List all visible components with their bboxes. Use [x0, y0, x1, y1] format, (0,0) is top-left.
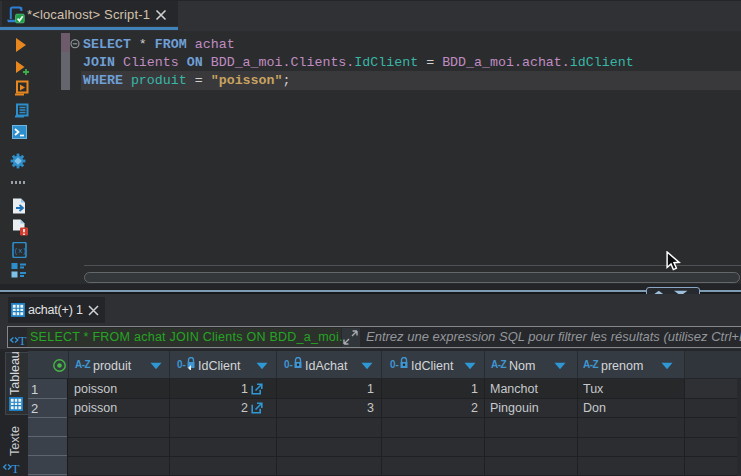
- svg-text:T: T: [18, 333, 27, 348]
- svg-text:(x): (x): [14, 247, 27, 255]
- svg-text:T: T: [11, 461, 20, 476]
